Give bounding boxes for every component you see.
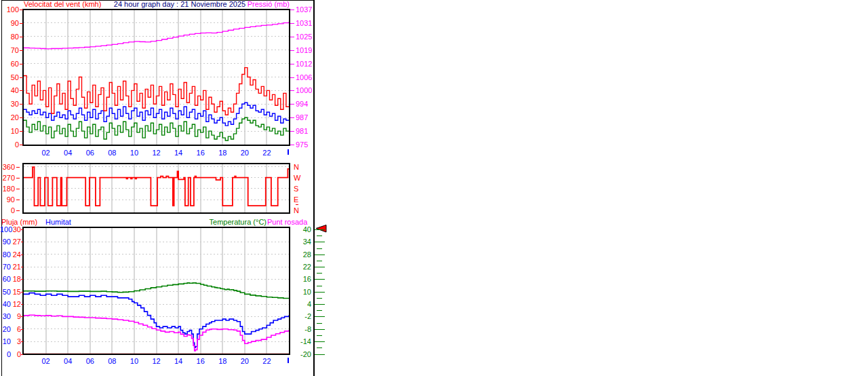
bottom-x-axis-label: 06 <box>82 357 98 365</box>
pressure-tick-label: 1019 <box>296 46 315 54</box>
temperature-tick-mark <box>315 242 325 242</box>
temperature-tick-mark <box>315 316 325 317</box>
wind-x-axis-label: 18 <box>214 149 231 157</box>
rain-axis-title: Pluja (mm) <box>1 218 37 226</box>
rain-humidity-temp-plot <box>22 227 290 355</box>
temperature-tick-label: -20 <box>291 350 311 358</box>
wind-x-axis-label: 06 <box>82 149 98 157</box>
compass-label: N <box>294 163 303 171</box>
pressure-tick-label: 1000 <box>296 86 315 94</box>
temperature-tick-label: 22 <box>291 263 311 271</box>
pressure-tick-label: 1012 <box>296 60 315 68</box>
pressure-tick-label: 975 <box>296 140 315 149</box>
wind-speed-tick-label: 80 <box>0 33 19 41</box>
bottom-x-axis-label: 10 <box>126 357 142 365</box>
compass-label: W <box>294 174 303 182</box>
wind-direction-tick-label: 180 <box>0 185 15 193</box>
pressure-tick-mark <box>290 117 294 118</box>
pressure-tick-mark <box>290 23 294 24</box>
wind-direction-tick-label: 0 <box>0 206 15 214</box>
wind-speed-tick-label: 90 <box>0 19 19 27</box>
pressure-tick-mark <box>290 37 294 37</box>
wind-direction-tick-mark <box>16 178 20 178</box>
temperature-tick-mark <box>315 292 325 293</box>
wind-speed-tick-label: 100 <box>0 5 19 14</box>
wind-x-axis-label: 14 <box>170 149 186 157</box>
compass-label: N <box>294 206 303 214</box>
wind-speed-tick-label: 10 <box>0 127 19 135</box>
bottom-x-axis-label: 04 <box>60 357 76 365</box>
bottom-x-axis-label: 14 <box>170 357 186 365</box>
temperature-tick-label: 16 <box>291 275 311 283</box>
bottom-x-axis-label: 12 <box>149 357 165 365</box>
bottom-x-axis-label: 22 <box>258 357 275 365</box>
window-frame-right <box>313 0 315 376</box>
temperature-minor-tick-mark <box>317 248 322 249</box>
wind-speed-tick-label: 60 <box>0 60 19 68</box>
temperature-minor-tick-mark <box>317 236 322 236</box>
temperature-minor-tick-mark <box>317 261 322 261</box>
temperature-axis-title: Temperatura (°C) <box>165 218 267 226</box>
temperature-minor-tick-mark <box>317 298 322 299</box>
temperature-tick-mark <box>315 255 325 255</box>
compass-minor-tick <box>296 204 298 205</box>
rain-tick-label: 30 <box>10 225 21 233</box>
rain-tick-label: 15 <box>10 288 21 296</box>
wind-direction-tick-mark <box>16 210 20 211</box>
wind-x-axis-label: 16 <box>193 149 209 157</box>
weather-graph-window: Velocitat del vent (kmh) 24 hour graph d… <box>0 0 868 376</box>
wind-speed-tick-label: 30 <box>0 100 19 108</box>
rain-tick-label: 12 <box>10 300 21 308</box>
temperature-tick-label: -2 <box>291 312 311 320</box>
wind-speed-tick-label: 40 <box>0 86 19 94</box>
pressure-tick-mark <box>290 64 294 64</box>
temperature-tick-label: 40 <box>291 225 311 233</box>
temperature-tick-label: 28 <box>291 250 311 259</box>
rain-tick-label: 3 <box>10 337 21 345</box>
pressure-tick-mark <box>290 90 294 91</box>
rain-tick-label: 24 <box>10 250 21 259</box>
rain-tick-label: 0 <box>10 350 21 358</box>
compass-label: S <box>294 185 303 193</box>
pressure-tick-label: 987 <box>296 113 315 121</box>
wind-direction-tick-mark <box>16 189 20 189</box>
wind-direction-plot <box>22 163 290 214</box>
wind-pressure-plot <box>22 9 290 146</box>
temperature-tick-label: -8 <box>291 325 311 333</box>
wind-direction-tick-label: 90 <box>0 195 15 204</box>
wind-x-axis-label: 08 <box>104 149 120 157</box>
temperature-marker-arrow-icon <box>315 224 328 233</box>
bottom-x-axis-label: 08 <box>104 357 120 365</box>
temperature-tick-mark <box>315 329 325 330</box>
wind-x-axis-label: 22 <box>258 149 275 157</box>
dewpoint-axis-title: Punt rosada <box>267 218 307 226</box>
pressure-tick-label: 981 <box>296 127 315 135</box>
temperature-tick-label: 34 <box>291 238 311 246</box>
temperature-tick-label: 10 <box>291 288 311 296</box>
temperature-minor-tick-mark <box>317 335 322 336</box>
humidity-axis-title: Humitat <box>45 218 71 226</box>
wind-x-axis-label: 10 <box>126 149 142 157</box>
temperature-tick-mark <box>315 354 325 355</box>
wind-speed-tick-label: 50 <box>0 73 19 81</box>
wind-x-axis-label: 20 <box>237 149 253 157</box>
temperature-tick-mark <box>315 341 325 342</box>
rain-tick-label: 6 <box>10 325 21 333</box>
wind-direction-tick-mark <box>16 167 20 168</box>
bottom-x-axis-label: 02 <box>38 357 54 365</box>
pressure-tick-mark <box>290 10 294 10</box>
pressure-axis-title: Pressió (mb) <box>242 0 290 8</box>
pressure-tick-mark <box>290 50 294 51</box>
rain-tick-label: 9 <box>10 312 21 320</box>
wind-x-axis-label: 04 <box>60 149 76 157</box>
pressure-tick-label: 994 <box>296 100 315 108</box>
pressure-tick-label: 1037 <box>296 5 315 14</box>
rain-tick-label: 18 <box>10 275 21 283</box>
wind-direction-chart <box>24 164 289 212</box>
pressure-tick-label: 1006 <box>296 73 315 81</box>
pressure-tick-label: 1031 <box>296 19 315 27</box>
pressure-tick-mark <box>290 131 294 132</box>
pressure-tick-mark <box>290 77 294 78</box>
wind-x-axis-label: 12 <box>149 149 165 157</box>
temperature-tick-label: -14 <box>291 337 311 345</box>
